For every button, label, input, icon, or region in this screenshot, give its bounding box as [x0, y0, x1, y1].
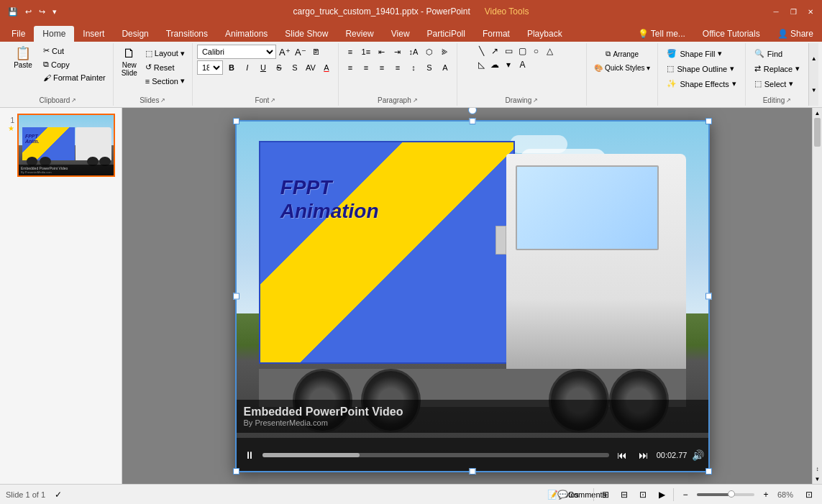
zoom-in-btn[interactable]: +	[759, 487, 773, 502]
scroll-up-btn[interactable]: ▲	[813, 108, 822, 118]
find-btn[interactable]: 🔍 Find	[750, 47, 804, 60]
tab-design[interactable]: Design	[113, 26, 157, 42]
tab-tell-me[interactable]: 💡 Tell me...	[629, 26, 694, 42]
shape-triangle[interactable]: △	[543, 45, 556, 58]
view-normal-btn[interactable]: ⊞	[598, 487, 613, 502]
editing-expand-icon[interactable]: ↗	[786, 97, 791, 104]
quick-styles-dropdown[interactable]: ▾	[647, 64, 650, 72]
shape-fill-btn[interactable]: 🪣 Shape Fill ▾	[662, 47, 740, 60]
tab-view[interactable]: View	[383, 26, 419, 42]
paste-btn[interactable]: 📋 Paste	[7, 45, 39, 71]
shape-rounded-rect[interactable]: ▢	[516, 45, 529, 58]
scroll-down-btn-extra[interactable]: ↕	[813, 464, 822, 474]
text-highlight-btn[interactable]: A	[438, 60, 452, 75]
shape-rtriangle[interactable]: ◺	[475, 58, 488, 71]
format-painter-btn[interactable]: 🖌 Format Painter	[40, 72, 109, 83]
paragraph-expand-icon[interactable]: ↗	[413, 97, 418, 104]
cut-btn[interactable]: ✂ Cut	[40, 45, 109, 57]
zoom-out-btn[interactable]: −	[678, 487, 693, 502]
align-center-btn[interactable]: ≡	[359, 60, 373, 75]
tab-format[interactable]: Format	[474, 26, 519, 42]
clipboard-expand-icon[interactable]: ↗	[71, 97, 76, 104]
shape-effects-btn[interactable]: ✨ Shape Effects ▾	[662, 78, 740, 90]
tab-office-tutorials[interactable]: Office Tutorials	[694, 26, 769, 42]
tab-review[interactable]: Review	[337, 26, 382, 42]
new-slide-btn[interactable]: 🗋 NewSlide	[118, 45, 141, 79]
vertical-scrollbar[interactable]: ▲ ↕ ▼	[812, 108, 822, 484]
prev-frame-btn[interactable]: ⏮	[613, 446, 631, 464]
zoom-slider[interactable]	[697, 493, 754, 496]
shape-fill-dropdown[interactable]: ▾	[718, 49, 722, 58]
select-btn[interactable]: ⬚ Select ▾	[750, 78, 804, 90]
notes-accessibility-btn[interactable]: ✓	[51, 487, 65, 502]
font-name-select[interactable]: Calibri	[197, 45, 276, 59]
align-right-btn[interactable]: ≡	[375, 60, 389, 75]
underline-btn[interactable]: U	[256, 60, 270, 75]
restore-btn[interactable]: ❒	[787, 6, 799, 17]
indent-more-btn[interactable]: ⇥	[391, 45, 405, 59]
shape-more[interactable]: ▾	[502, 58, 515, 71]
add-col-btn[interactable]: ⫸	[438, 45, 452, 59]
view-reading-btn[interactable]: ⊡	[636, 487, 650, 502]
italic-btn[interactable]: I	[240, 60, 255, 75]
tab-participoll[interactable]: ParticiPoll	[419, 26, 474, 42]
bullets-btn[interactable]: ≡	[343, 45, 357, 59]
tab-transitions[interactable]: Transitions	[157, 26, 216, 42]
line-spacing-btn[interactable]: ↕	[406, 60, 421, 75]
text-direction-btn[interactable]: ↕A	[406, 45, 421, 59]
font-size-select[interactable]: 18	[197, 60, 223, 75]
shadow-btn[interactable]: S	[288, 60, 302, 75]
scroll-down-btn[interactable]: ▼	[813, 474, 822, 484]
tab-share[interactable]: 👤 Share	[769, 26, 822, 42]
justify-btn[interactable]: ≡	[391, 60, 405, 75]
copy-btn[interactable]: ⧉ Copy	[40, 58, 109, 70]
section-btn[interactable]: ≡ Section ▾	[142, 75, 188, 87]
slide-thumbnail-1[interactable]: 1 ★ FPPTAnim.	[3, 114, 119, 177]
shape-effects-dropdown[interactable]: ▾	[732, 79, 736, 88]
font-color-btn[interactable]: A	[319, 60, 334, 75]
tab-animations[interactable]: Animations	[216, 26, 276, 42]
spacing-btn[interactable]: AV	[303, 60, 318, 75]
tab-playback[interactable]: Playback	[519, 26, 571, 42]
tab-home[interactable]: Home	[34, 26, 74, 42]
indent-less-btn[interactable]: ⇤	[375, 45, 389, 59]
redo-qa-btn[interactable]: ↪	[37, 6, 47, 18]
zoom-thumb[interactable]	[728, 490, 735, 498]
arrange-btn[interactable]: ⧉ Arrange	[591, 47, 654, 60]
convert-smartart-btn[interactable]: ⬡	[422, 45, 437, 59]
video-progress-bar[interactable]	[262, 453, 609, 457]
numbering-btn[interactable]: 1≡	[359, 45, 373, 59]
slide-canvas[interactable]: FPPTAnimation	[235, 120, 710, 472]
text-shadow-btn[interactable]: S	[422, 60, 437, 75]
play-pause-btn[interactable]: ⏸	[241, 446, 258, 464]
shape-circle[interactable]: ○	[529, 45, 542, 58]
drawing-expand-icon[interactable]: ↗	[533, 97, 538, 104]
strikethrough-btn[interactable]: S	[272, 60, 286, 75]
scroll-thumb[interactable]	[814, 118, 821, 147]
shape-text[interactable]: A	[516, 58, 529, 71]
increase-font-btn[interactable]: A⁺	[278, 45, 292, 59]
align-left-btn[interactable]: ≡	[343, 60, 357, 75]
shape-outline-dropdown[interactable]: ▾	[730, 64, 734, 73]
view-slideshow-btn[interactable]: ▶	[654, 487, 669, 502]
tab-file[interactable]: File	[3, 26, 34, 42]
shape-outline-btn[interactable]: ⬚ Shape Outline ▾	[662, 63, 740, 75]
shape-callout[interactable]: ☁	[488, 58, 501, 71]
tab-slideshow[interactable]: Slide Show	[276, 26, 337, 42]
quick-styles-btn[interactable]: 🎨 Quick Styles ▾	[591, 62, 654, 74]
tab-insert[interactable]: Insert	[74, 26, 113, 42]
save-qa-btn[interactable]: 💾	[6, 6, 20, 18]
zoom-fit-btn[interactable]: ⊡	[802, 487, 816, 502]
rotate-handle[interactable]	[468, 108, 477, 114]
undo-qa-btn[interactable]: ↩	[23, 6, 34, 18]
decrease-font-btn[interactable]: A⁻	[293, 45, 308, 59]
close-btn[interactable]: ✕	[805, 6, 816, 17]
font-expand-icon[interactable]: ↗	[270, 97, 275, 104]
shape-arrow[interactable]: ↗	[488, 45, 501, 58]
slides-expand-icon[interactable]: ↗	[160, 97, 165, 104]
ribbon-scroll-down[interactable]: ▼	[809, 75, 818, 106]
reset-btn[interactable]: ↺ Reset	[142, 61, 188, 73]
next-frame-btn[interactable]: ⏭	[635, 446, 652, 464]
select-dropdown[interactable]: ▾	[789, 79, 793, 88]
customize-qa-btn[interactable]: ▾	[50, 6, 59, 18]
